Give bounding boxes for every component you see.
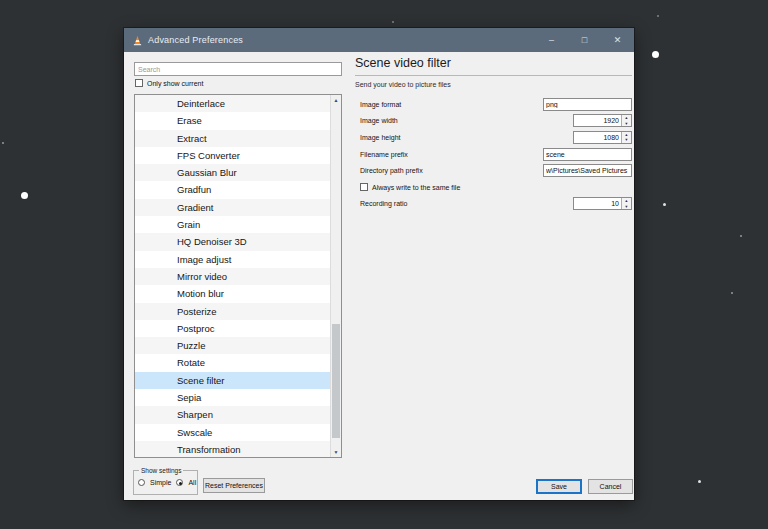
close-button[interactable]: ✕ — [601, 28, 634, 52]
list-item-gradient[interactable]: Gradient — [135, 199, 330, 216]
desktop-dot — [663, 203, 666, 206]
list-item-transformation[interactable]: Transformation — [135, 441, 330, 457]
image-width-label: Image width — [355, 117, 398, 124]
save-button[interactable]: Save — [536, 479, 582, 494]
page-subtitle: Send your video to picture files — [355, 81, 451, 88]
list-item-deinterlace[interactable]: Deinterlace — [135, 95, 330, 112]
minimize-button[interactable]: – — [535, 28, 568, 52]
desktop-dot — [740, 235, 742, 237]
image-height-label: Image height — [355, 134, 400, 141]
list-item-sharpen[interactable]: Sharpen — [135, 406, 330, 423]
only-show-current-option[interactable]: Only show current — [135, 79, 203, 87]
form-row-filename-prefix: Filename prefix — [355, 146, 632, 163]
list-item-gaussian-blur[interactable]: Gaussian Blur — [135, 164, 330, 181]
filter-list-inner: DeinterlaceEraseExtractFPS ConverterGaus… — [135, 95, 330, 457]
list-item-scene-filter[interactable]: Scene filter — [135, 372, 330, 389]
vlc-cone-icon — [132, 35, 143, 46]
desktop-dot — [2, 142, 4, 144]
show-settings-radios: Simple All — [138, 479, 196, 486]
spin-down-icon[interactable]: ▾ — [622, 121, 631, 127]
desktop-dot — [731, 292, 733, 294]
form-row-image-height: Image height▴▾ — [355, 129, 632, 146]
spin-down-icon[interactable]: ▾ — [622, 204, 631, 210]
maximize-button[interactable]: □ — [568, 28, 601, 52]
desktop-dot — [657, 15, 659, 17]
title-divider — [355, 75, 632, 76]
always-write-to-the-same-file-checkbox[interactable] — [360, 183, 368, 191]
list-item-motion-blur[interactable]: Motion blur — [135, 285, 330, 302]
only-show-current-checkbox[interactable] — [135, 79, 143, 87]
image-format-input[interactable] — [543, 98, 632, 111]
directory-path-prefix-label: Directory path prefix — [355, 167, 423, 174]
desktop-dot — [652, 51, 659, 58]
desktop-dot — [21, 192, 28, 199]
form-row-image-format: Image format — [355, 96, 632, 113]
window-title: Advanced Preferences — [148, 35, 243, 45]
scrollbar-thumb[interactable] — [332, 324, 340, 438]
list-item-puzzle[interactable]: Puzzle — [135, 337, 330, 354]
radio-all-label: All — [188, 479, 196, 486]
desktop-dot — [698, 480, 701, 483]
form-row-directory-path-prefix: Directory path prefix — [355, 162, 632, 179]
list-item-swscale[interactable]: Swscale — [135, 424, 330, 441]
settings-form: Image formatImage width▴▾Image height▴▾F… — [355, 96, 632, 212]
page-title: Scene video filter — [355, 56, 451, 70]
list-item-image-adjust[interactable]: Image adjust — [135, 251, 330, 268]
list-scrollbar[interactable]: ▲ ▼ — [330, 95, 341, 457]
form-row-always-write-to-the-same-file: Always write to the same file — [355, 179, 632, 196]
form-row-recording-ratio: Recording ratio▴▾ — [355, 196, 632, 213]
window-controls: – □ ✕ — [535, 28, 634, 52]
image-height-value[interactable] — [574, 132, 621, 143]
list-item-grain[interactable]: Grain — [135, 216, 330, 233]
list-item-sepia[interactable]: Sepia — [135, 389, 330, 406]
filename-prefix-label: Filename prefix — [355, 151, 408, 158]
show-settings-label: Show settings — [139, 467, 183, 474]
radio-simple[interactable] — [138, 479, 145, 486]
spin-down-icon[interactable]: ▾ — [622, 137, 631, 143]
scroll-down-icon[interactable]: ▼ — [331, 447, 341, 457]
list-item-posterize[interactable]: Posterize — [135, 303, 330, 320]
list-item-erase[interactable]: Erase — [135, 112, 330, 129]
show-settings-group: Show settings Simple All — [133, 470, 198, 495]
image-width-spinbox[interactable]: ▴▾ — [573, 114, 632, 127]
reset-preferences-button[interactable]: Reset Preferences — [203, 478, 265, 493]
recording-ratio-spinbox[interactable]: ▴▾ — [573, 197, 632, 210]
list-item-postproc[interactable]: Postproc — [135, 320, 330, 337]
radio-simple-label: Simple — [150, 479, 171, 486]
search-input[interactable] — [134, 62, 342, 76]
directory-path-prefix-input[interactable] — [543, 164, 632, 177]
always-write-to-the-same-file-label: Always write to the same file — [372, 184, 460, 191]
list-item-rotate[interactable]: Rotate — [135, 354, 330, 371]
form-row-image-width: Image width▴▾ — [355, 113, 632, 130]
cancel-button[interactable]: Cancel — [588, 479, 633, 494]
only-show-current-label: Only show current — [147, 80, 203, 87]
desktop-dot — [392, 21, 394, 23]
filter-list: DeinterlaceEraseExtractFPS ConverterGaus… — [134, 94, 342, 458]
recording-ratio-value[interactable] — [574, 198, 621, 209]
desktop-background: Advanced Preferences – □ ✕ Only show cur… — [0, 0, 768, 529]
image-format-label: Image format — [355, 101, 401, 108]
list-item-fps-converter[interactable]: FPS Converter — [135, 147, 330, 164]
list-item-hq-denoiser-3d[interactable]: HQ Denoiser 3D — [135, 233, 330, 250]
recording-ratio-label: Recording ratio — [355, 200, 407, 207]
list-item-mirror-video[interactable]: Mirror video — [135, 268, 330, 285]
image-width-value[interactable] — [574, 115, 621, 126]
preferences-window: Advanced Preferences – □ ✕ Only show cur… — [124, 28, 634, 500]
list-item-extract[interactable]: Extract — [135, 130, 330, 147]
image-height-spinbox[interactable]: ▴▾ — [573, 131, 632, 144]
filename-prefix-input[interactable] — [543, 148, 632, 161]
titlebar[interactable]: Advanced Preferences – □ ✕ — [124, 28, 634, 52]
scroll-up-icon[interactable]: ▲ — [331, 95, 341, 105]
list-item-gradfun[interactable]: Gradfun — [135, 181, 330, 198]
radio-all[interactable] — [176, 479, 183, 486]
